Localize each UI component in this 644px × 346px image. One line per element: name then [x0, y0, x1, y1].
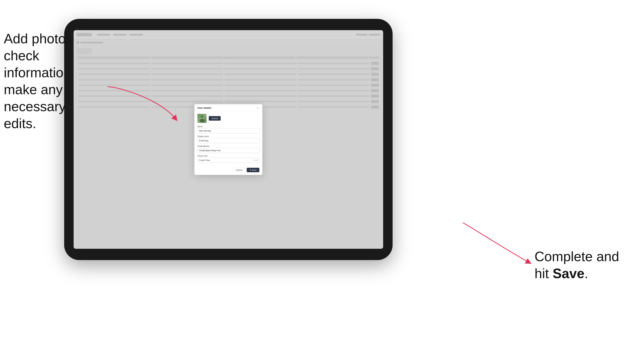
- tablet-device: User details ×: [64, 19, 392, 260]
- photo-row: Upload: [198, 114, 259, 123]
- modal-footer: Cancel ⬆ Save: [194, 168, 262, 175]
- school-year-input[interactable]: [198, 158, 259, 163]
- close-button[interactable]: ×: [256, 107, 259, 110]
- upload-button[interactable]: Upload: [209, 116, 221, 121]
- school-year-label: School Year: [198, 155, 259, 157]
- name-label: Name: [198, 126, 259, 128]
- save-icon: ⬆: [250, 169, 251, 171]
- display-name-field-group: Display name: [198, 135, 259, 143]
- arrow-right-indicator: [459, 217, 534, 267]
- save-button[interactable]: ⬆ Save: [247, 168, 259, 172]
- modal-header: User details ×: [194, 104, 262, 111]
- user-details-modal: User details ×: [194, 104, 262, 175]
- email-input[interactable]: [198, 148, 259, 153]
- modal-title: User details: [198, 107, 212, 109]
- photo-thumbnail: [198, 114, 206, 123]
- svg-point-2: [201, 115, 203, 118]
- modal-body: Upload Name Display name Email addre: [194, 111, 262, 168]
- display-name-input[interactable]: [198, 138, 259, 143]
- name-input[interactable]: [198, 128, 259, 133]
- school-year-field-group: School Year × ▲▼: [198, 155, 259, 163]
- email-label: Email address: [198, 145, 259, 147]
- email-field-group: Email address: [198, 145, 259, 153]
- name-field-group: Name: [198, 126, 259, 133]
- person-silhouette: [198, 114, 206, 123]
- annotation-right: Complete and hit Save.: [534, 248, 633, 282]
- svg-point-3: [200, 119, 204, 122]
- tablet-screen: User details ×: [74, 30, 383, 249]
- photo-thumb-inner: [198, 114, 206, 123]
- school-year-select-wrapper: × ▲▼: [198, 158, 259, 163]
- cancel-button[interactable]: Cancel: [233, 168, 245, 172]
- display-name-label: Display name: [198, 135, 259, 137]
- modal-overlay: User details ×: [74, 30, 383, 249]
- save-label: Save: [252, 169, 256, 171]
